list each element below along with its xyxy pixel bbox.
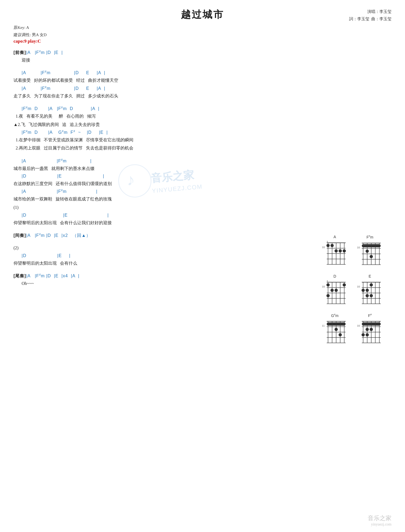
verse1-chords2: |A |F#m |D E |A | (14, 85, 392, 91)
svg-point-46 (335, 289, 338, 292)
bridge-chords1: |A |F#m | (14, 158, 392, 164)
capo-info: capo:9 play:C (14, 39, 392, 44)
prelude-lyric: 迎接 (14, 56, 392, 64)
svg-point-91 (370, 328, 373, 331)
verse1-lyric1: 试着接受 好的坏的都试着接受 经过 曲折才能懂天空 (14, 77, 392, 84)
chord-a-grid: 10 (321, 240, 348, 266)
bridge-lyric2: 在这静默的三度空间 还有什么值得我们缓缓的道别 (14, 180, 392, 188)
chord-fsh-grid: 10 (356, 319, 383, 344)
svg-rect-89 (362, 322, 381, 326)
svg-text:10: 10 (322, 285, 325, 288)
chord-diagram-row-3: G#m 11 (321, 313, 392, 345)
svg-point-43 (326, 283, 330, 287)
chord-a-title: A (321, 235, 348, 239)
title: 越过城市 (14, 8, 392, 21)
svg-rect-28 (362, 244, 381, 247)
chorus1-lyric1-1: 1.夜 有看不见的美 醉 在心雨的 倾泻 (14, 112, 392, 120)
bridge-chords2: |D |E | (14, 173, 392, 179)
chord-a: A 10 (321, 235, 348, 266)
svg-point-13 (335, 249, 338, 253)
svg-point-62 (366, 294, 369, 297)
svg-text:10: 10 (357, 246, 360, 249)
chord-f-sharp-m-title: F#m (356, 235, 383, 239)
chord-d-grid: 10 x (321, 279, 348, 305)
svg-point-61 (366, 289, 369, 292)
svg-text:11: 11 (322, 324, 325, 327)
chord-g-sharp-m-title: G#m (321, 313, 348, 318)
svg-point-11 (326, 244, 330, 247)
chord-f-sharp: F# 10 (356, 313, 383, 345)
bridge-chords4: |D |E | (14, 212, 392, 219)
prelude-chords: [前奏]|A |F#m |D |E | (14, 49, 392, 56)
chorus1-chords2: |F#m D |A G#m F# ~ |D |E | (14, 129, 392, 135)
chord-e-title: E (356, 274, 383, 278)
original-key: 原Key: A (14, 24, 392, 31)
bridge-lyric1: 城市最后的一盏黑 就用剩下的墨水来点缀 (14, 165, 392, 173)
chord-d: D 10 x (321, 274, 348, 305)
chorus1-section: |F#m D |A |F#m D |A | 1.夜 有看不见的美 醉 在心雨的 … (14, 105, 392, 152)
chord-e: E 10 (356, 274, 383, 305)
chord-f-sharp-title: F# (356, 313, 383, 318)
chord-diagram-row-2: D 10 x (321, 274, 392, 305)
svg-point-12 (330, 244, 334, 247)
svg-text:x: x (327, 279, 328, 282)
chord-f-sharp-m: F#m 10 (356, 235, 383, 266)
chord-fshm-grid: 10 (356, 240, 383, 266)
lyricist-composer: 詞：李玉玺 曲：李玉玺 (349, 15, 392, 23)
suggested-key: 建议调性: 男A 女D (14, 31, 392, 39)
page: 越过城市 演唱：李玉玺 詞：李玉玺 曲：李玉玺 原Key: A 建议调性: 男A… (0, 0, 405, 532)
chord-e-grid: 10 (356, 279, 383, 305)
meta-right: 演唱：李玉玺 詞：李玉玺 曲：李玉玺 (349, 8, 392, 23)
bridge-lyric3: 城市给的第一双舞鞋 旋转收在眼底成了红色的玫瑰 (14, 195, 392, 203)
svg-point-47 (326, 294, 330, 297)
svg-text:10: 10 (357, 285, 360, 288)
svg-point-14 (339, 249, 342, 253)
bridge-chords3: |A |F#m | (14, 188, 392, 195)
chorus1-lyric1-2: ▲2.飞 飞过偶限的房间 追 追上失去的珍贵 (14, 121, 392, 129)
chorus1-lyric2-1: 1.在梦中徘徊 不管天堂或跌落深渊 尽情享受在它出现的瞬间 (14, 136, 392, 144)
svg-rect-75 (327, 322, 346, 326)
svg-point-77 (339, 333, 342, 336)
svg-point-90 (366, 328, 369, 331)
verse1-lyric2: 走了多久 为了现在你走了多久 捎过 多少成长的石头 (14, 92, 392, 100)
svg-point-15 (343, 249, 346, 253)
svg-text:10: 10 (357, 324, 360, 327)
chorus1-lyric2-2: 2.再闭上双眼 过目属于自己的情节 失去也是获得归零的机会 (14, 144, 392, 152)
svg-point-30 (370, 255, 373, 258)
svg-point-76 (335, 328, 338, 331)
svg-point-60 (362, 289, 365, 292)
chorus1-chords1: |F#m D |A |F#m D |A | (14, 105, 392, 112)
svg-point-63 (370, 294, 373, 297)
svg-point-92 (362, 333, 365, 336)
verse1-section: |A |F#m |D E |A | 试着接受 好的坏的都试着接受 经过 曲折才能… (14, 70, 392, 100)
bridge-section: |A |F#m | 城市最后的一盏黑 就用剩下的墨水来点缀 |D |E | 在这… (14, 158, 392, 227)
verse1-chords1: |A |F#m |D E |A | (14, 70, 392, 76)
bridge-note: (1) (14, 204, 392, 212)
svg-point-29 (366, 250, 369, 253)
chord-diagrams: A 10 (321, 235, 392, 352)
svg-point-45 (330, 289, 334, 292)
chord-gshm-grid: 11 (321, 319, 348, 344)
bottom-watermark-url: yinyuezj.com (368, 522, 392, 527)
chord-g-sharp-m: G#m 11 (321, 313, 348, 345)
key-info: 原Key: A 建议调性: 男A 女D (14, 24, 392, 39)
bottom-watermark-name: 音乐之家 (368, 514, 392, 522)
bridge-lyric4: 仰望黎明后的太阳出现 会有什么让我们好好的迎接 (14, 219, 392, 227)
svg-text:10: 10 (322, 245, 325, 249)
bottom-watermark: 音乐之家 yinyuezj.com (368, 514, 392, 527)
svg-point-44 (343, 283, 346, 287)
prelude-section: [前奏]|A |F#m |D |E | 迎接 (14, 49, 392, 64)
header: 越过城市 演唱：李玉玺 詞：李玉玺 曲：李玉玺 (14, 8, 392, 21)
svg-point-93 (366, 333, 369, 336)
chord-d-title: D (321, 274, 348, 278)
svg-point-59 (370, 283, 373, 287)
svg-text:x: x (327, 240, 328, 243)
performer: 演唱：李玉玺 (349, 8, 392, 15)
chord-diagram-row-1: A 10 (321, 235, 392, 266)
